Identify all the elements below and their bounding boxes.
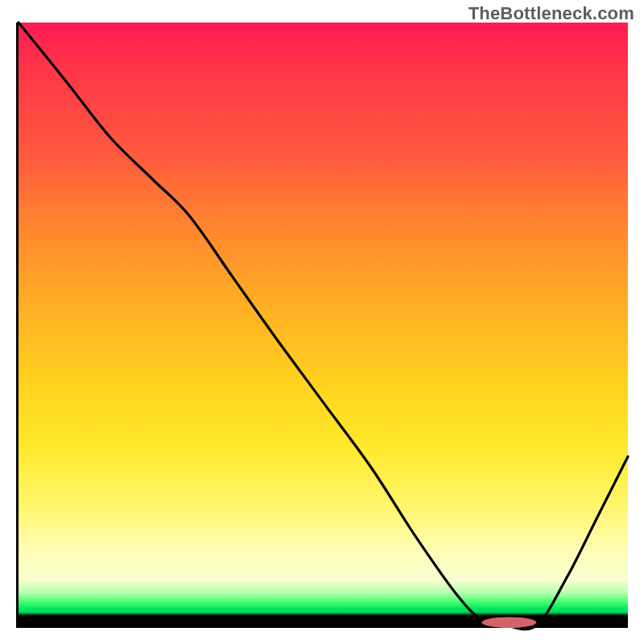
minimum-marker [481, 617, 536, 628]
bottleneck-curve [19, 23, 628, 630]
chart-container: TheBottleneck.com [0, 0, 644, 644]
watermark-text: TheBottleneck.com [469, 3, 634, 24]
plot-area [16, 23, 628, 628]
curve-layer [19, 23, 628, 625]
